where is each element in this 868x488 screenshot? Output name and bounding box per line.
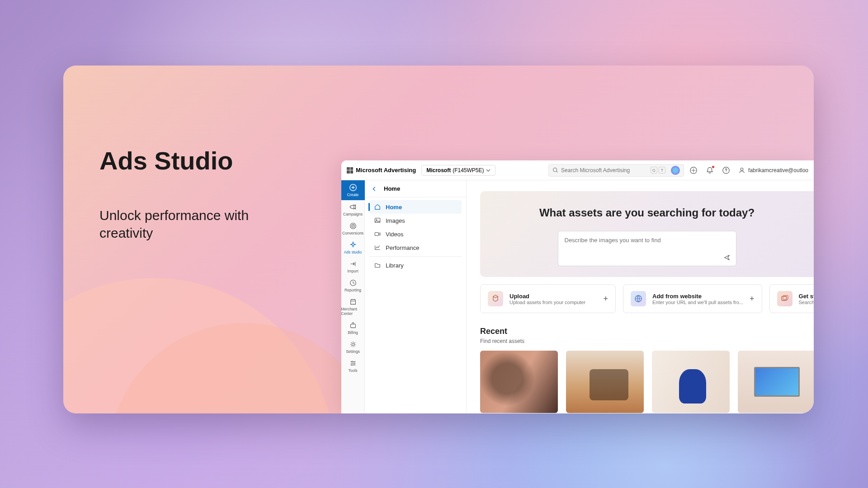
rail-import[interactable]: Import [341, 257, 365, 276]
target-icon [349, 222, 357, 230]
nav-rail: Create Campaigns Conversions Ads studio … [341, 180, 365, 413]
rail-label: Merchant Center [341, 307, 365, 316]
svg-rect-9 [350, 324, 355, 328]
action-sub: Upload assets from your computer [509, 300, 597, 305]
notifications-icon[interactable] [706, 166, 714, 174]
rail-merchant[interactable]: Merchant Center [341, 295, 365, 319]
store-icon [349, 298, 357, 306]
rail-tools[interactable]: Tools [341, 357, 365, 375]
svg-point-0 [553, 168, 557, 172]
recent-assets: WIN24-Copilot+PC-L... WIN24-Copilot+PC-.… [480, 351, 814, 413]
rail-label: Ads studio [344, 250, 362, 254]
svg-rect-19 [783, 296, 788, 300]
promo-title: Ads Studio [99, 147, 262, 175]
rail-billing[interactable]: Billing [341, 319, 365, 338]
brand: Microsoft Advertising [347, 167, 416, 174]
hero-search: What assets are you searching for today? [480, 191, 814, 277]
asset-thumbnail [566, 351, 644, 413]
chart-line-icon [374, 244, 381, 251]
subnav-home[interactable]: Home [369, 200, 462, 214]
hero-input[interactable] [558, 231, 736, 266]
svg-rect-18 [782, 296, 787, 300]
action-stock[interactable]: Get stock images Search Shutterstock for… [769, 284, 814, 313]
back-arrow-icon[interactable] [371, 186, 377, 192]
app-window: Microsoft Advertising Microsoft (F145WP5… [341, 160, 814, 413]
subnav-videos[interactable]: Videos [369, 227, 462, 241]
gear-icon [349, 340, 357, 348]
plus-circle-icon [349, 183, 357, 192]
user-menu[interactable]: fabrikamcreative@outloo [738, 167, 808, 174]
subnav-label: Library [386, 262, 404, 269]
brand-label: Microsoft Advertising [356, 167, 416, 174]
tenant-selector[interactable]: Microsoft (F145WP5E) [421, 165, 495, 176]
search-icon [552, 167, 558, 173]
rail-settings[interactable]: Settings [341, 338, 365, 357]
action-title: Upload [509, 293, 597, 300]
action-sub: Search Shutterstock for images [799, 300, 814, 305]
rail-label: Campaigns [343, 212, 363, 216]
asset-thumbnail [480, 351, 558, 413]
kbd-t: T [659, 167, 665, 174]
plus-icon: + [750, 294, 755, 304]
asset-card[interactable]: WIN24-Copilot+PC-... [566, 351, 644, 413]
tenant-id: (F145WP5E) [453, 167, 484, 174]
rail-label: Tools [349, 368, 358, 373]
breadcrumb-home[interactable]: Home [384, 185, 400, 192]
chevron-down-icon [486, 168, 491, 173]
action-title: Get stock images [799, 293, 814, 300]
megaphone-icon [349, 203, 357, 211]
subnav-label: Videos [386, 231, 404, 238]
rail-conversions[interactable]: Conversions [341, 219, 365, 238]
svg-point-12 [354, 363, 355, 364]
asset-card[interactable]: WIN24-Copilot+PC-L... [480, 351, 558, 413]
briefcase-icon [349, 321, 357, 329]
notification-badge [712, 165, 715, 169]
sparkle-icon [349, 241, 357, 249]
import-icon [349, 260, 357, 268]
describe-input[interactable] [565, 237, 730, 244]
svg-point-10 [352, 343, 354, 345]
send-icon[interactable] [723, 254, 731, 261]
svg-rect-16 [375, 232, 378, 235]
action-sub: Enter your URL and we'll pull assets fro… [652, 300, 743, 305]
action-website[interactable]: Add from website Enter your URL and we'l… [623, 284, 762, 313]
subnav-performance[interactable]: Performance [369, 241, 462, 254]
rail-label: Conversions [342, 231, 363, 235]
help-icon[interactable] [722, 166, 730, 174]
asset-card[interactable]: WIN24-Copilot+PC-... [652, 351, 730, 413]
hero-title: What assets are you searching for today? [489, 206, 805, 219]
rail-campaigns[interactable]: Campaigns [341, 200, 365, 219]
svg-point-3 [741, 168, 743, 170]
subnav-library[interactable]: Library [369, 258, 462, 272]
asset-thumbnail [652, 351, 730, 413]
action-upload[interactable]: Upload Upload assets from your computer … [480, 284, 616, 313]
svg-point-7 [353, 225, 354, 226]
subnav: Home Home Images Videos [365, 180, 467, 413]
global-search[interactable]: G T [548, 164, 684, 177]
create-button[interactable]: Create [341, 180, 365, 200]
rail-reporting[interactable]: Reporting [341, 276, 365, 295]
apps-icon[interactable] [689, 166, 698, 174]
asset-card[interactable]: WIN24-Copilot+PC-... [738, 351, 814, 413]
rail-label: Import [347, 269, 358, 273]
globe-icon [631, 291, 646, 306]
copilot-icon[interactable] [671, 166, 680, 175]
home-icon [374, 203, 381, 211]
image-icon [374, 217, 381, 224]
upload-icon [488, 291, 503, 306]
asset-thumbnail [738, 351, 814, 413]
recent-heading: Recent [480, 327, 814, 336]
rail-label: Create [347, 192, 359, 197]
recent-sub: Find recent assets [480, 338, 814, 344]
svg-point-13 [351, 364, 352, 366]
rail-ads-studio[interactable]: Ads studio [341, 238, 365, 257]
kbd-hints: G T [651, 167, 665, 174]
user-email-label: fabrikamcreative@outloo [748, 167, 808, 174]
subnav-images[interactable]: Images [369, 214, 462, 227]
svg-point-15 [376, 219, 377, 220]
promo-subtitle: Unlock performance with creativity [99, 206, 262, 242]
rail-label: Billing [348, 330, 358, 335]
svg-point-11 [351, 361, 353, 362]
search-input[interactable] [561, 167, 648, 174]
subnav-label: Performance [386, 244, 419, 251]
